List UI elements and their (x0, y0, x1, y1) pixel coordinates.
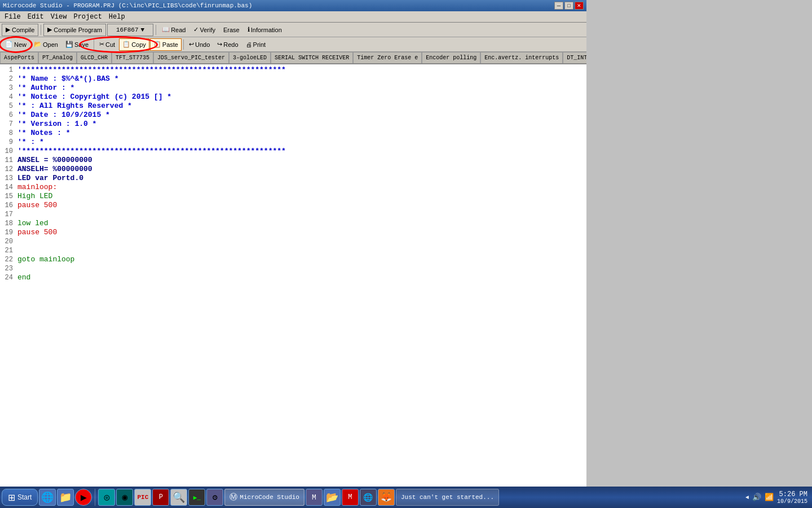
menu-view[interactable]: View (47, 12, 70, 22)
erase-button[interactable]: Erase (220, 24, 243, 36)
copy-button[interactable]: 📋 Copy (119, 38, 149, 51)
line-number: 11 (0, 156, 16, 165)
taskbar-m-icon[interactable]: M (306, 489, 323, 506)
cut-icon: ✂ (99, 41, 104, 48)
toolbar2: 📄 New 📂 Open 💾 Save ✂ Cut 📋 Copy 📋 Paste… (0, 37, 586, 52)
copy-icon: 📋 (122, 41, 130, 48)
redo-button[interactable]: ↪ Redo (214, 38, 241, 51)
chip-label: 16F867 (116, 27, 139, 33)
cut-button[interactable]: ✂ Cut (96, 38, 118, 51)
table-row: 20 (0, 237, 586, 246)
taskbar-search-icon[interactable]: 🔍 (170, 489, 187, 506)
new-button[interactable]: 📄 New (2, 38, 30, 51)
compile-button[interactable]: ▶ Compile (2, 24, 38, 36)
maximize-button[interactable]: □ (564, 2, 573, 10)
menubar: File Edit View Project Help (0, 11, 586, 23)
tray-arrow[interactable]: ◄ (745, 494, 749, 501)
taskbar-started-app[interactable]: Just can't get started... (396, 489, 499, 506)
tab-glcdchr[interactable]: GLCD_CHR (77, 52, 112, 63)
tab-interrupts[interactable]: Enc.avertz. interrupts (480, 52, 563, 63)
line-content (16, 210, 17, 219)
microcode-icon: Ⓜ (230, 492, 237, 502)
titlebar: Microcode Studio - PROGRAM.PRJ (C:\inc\P… (0, 0, 586, 11)
undo-button[interactable]: ↩ Undo (186, 38, 213, 51)
line-number: 16 (0, 201, 16, 210)
line-number: 13 (0, 174, 16, 183)
read-button[interactable]: 📖 Read (158, 24, 189, 36)
line-number: 17 (0, 210, 16, 219)
start-button[interactable]: ⊞ Start (2, 489, 38, 506)
tab-dtints[interactable]: DT_INTS-14 (563, 52, 586, 63)
table-row: 16pause 500 (0, 201, 586, 210)
line-number: 12 (0, 165, 16, 174)
print-icon: 🖨 (246, 41, 252, 48)
table-row: 19pause 500 (0, 228, 586, 237)
new-icon: 📄 (5, 41, 13, 48)
open-label: Open (43, 41, 58, 48)
line-content: '* : * (16, 138, 44, 147)
tab-ptanalog[interactable]: PT_Analog (38, 52, 77, 63)
chip-dropdown[interactable]: 16F867 ▼ (107, 24, 153, 36)
tray-volume[interactable]: 🔊 (752, 493, 761, 502)
read-icon: 📖 (162, 26, 170, 33)
system-clock: 5:26 PM 10/9/2015 (777, 491, 807, 505)
line-number: 20 (0, 237, 16, 246)
taskbar-explorer-icon[interactable]: 📁 (57, 489, 74, 506)
tab-jdstester[interactable]: JDS_servo_PIC_tester (153, 52, 229, 63)
taskbar-terminal-icon[interactable]: ▶_ (188, 489, 205, 506)
compile-program-button[interactable]: ▶ Compile Program (43, 24, 106, 36)
menu-file[interactable]: File (1, 12, 24, 22)
information-label: Information (251, 27, 282, 33)
table-row: 14mainloop: (0, 183, 586, 192)
menu-help[interactable]: Help (105, 12, 129, 22)
read-label: Read (171, 27, 186, 33)
line-content: '* Version : 1.0 * (16, 120, 96, 129)
minimize-button[interactable]: ─ (554, 2, 563, 10)
taskbar-arduino-icon[interactable]: ◎ (98, 489, 115, 506)
table-row: 5'* : All Rights Reserved * (0, 102, 586, 111)
open-icon: 📂 (34, 41, 42, 48)
line-number: 18 (0, 219, 16, 228)
tab-encoder[interactable]: Encoder polling (422, 52, 480, 63)
menu-edit[interactable]: Edit (24, 12, 47, 22)
line-number: 1 (0, 65, 16, 75)
table-row: 13LED var Portd.0 (0, 174, 586, 183)
print-button[interactable]: 🖨 Print (242, 38, 270, 51)
line-content: LED var Portd.0 (16, 174, 83, 183)
taskbar-pic2-icon[interactable]: P (152, 489, 169, 506)
tab-serial[interactable]: SERIAL SWITCH RECEIVER (271, 52, 353, 63)
tray-network[interactable]: 📶 (765, 493, 774, 502)
information-button[interactable]: ℹ Information (244, 24, 285, 36)
taskbar-microchip-icon[interactable]: M (342, 489, 359, 506)
taskbar-folder2-icon[interactable]: 📂 (324, 489, 341, 506)
tab-timer[interactable]: Timer Zero Erase e (353, 52, 422, 63)
close-button[interactable]: ✕ (575, 2, 584, 10)
tab-tftst7735[interactable]: TFT_ST7735 (112, 52, 153, 63)
menu-project[interactable]: Project (70, 12, 105, 22)
cut-label: Cut (105, 41, 115, 48)
verify-button[interactable]: ✓ Verify (190, 24, 219, 36)
line-content: '***************************************… (16, 65, 286, 75)
line-content (16, 237, 17, 246)
taskbar-ie-icon[interactable]: 🌐 (39, 489, 56, 506)
taskbar-microcode-app[interactable]: Ⓜ MicroCode Studio (224, 489, 304, 506)
code-editor[interactable]: 1'**************************************… (0, 64, 586, 490)
taskbar-arduino2-icon[interactable]: ◉ (116, 489, 133, 506)
line-number: 9 (0, 138, 16, 147)
table-row: 8'* Notes : * (0, 129, 586, 138)
table-row: 18low led (0, 219, 586, 228)
line-content: '* Date : 10/9/2015 * (16, 111, 110, 120)
tab-aspeports[interactable]: AspePorts (0, 52, 38, 63)
redo-label: Redo (223, 41, 238, 48)
taskbar-picbasic-icon[interactable]: PIC (134, 489, 151, 506)
paste-button[interactable]: 📋 Paste (150, 38, 182, 51)
save-button[interactable]: 💾 Save (62, 38, 92, 51)
line-number: 21 (0, 246, 16, 255)
taskbar-network-icon[interactable]: 🌐 (360, 489, 377, 506)
tab-3goloe[interactable]: 3-goloeLED (229, 52, 271, 63)
open-button[interactable]: 📂 Open (30, 38, 61, 51)
windows-icon: ⊞ (8, 492, 15, 503)
taskbar-firefox-icon[interactable]: 🦊 (378, 489, 395, 506)
taskbar-settings-icon[interactable]: ⚙ (206, 489, 223, 506)
taskbar-media-icon[interactable]: ▶ (75, 489, 92, 506)
